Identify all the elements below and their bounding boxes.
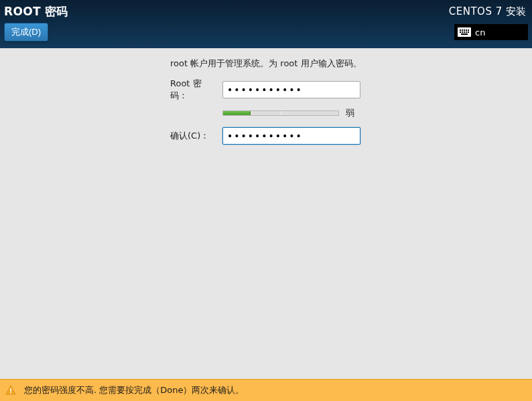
root-password-input[interactable] xyxy=(222,81,360,98)
svg-rect-3 xyxy=(464,29,465,31)
warning-text: 您的密码强度不高. 您需要按完成（Done）两次来确认。 xyxy=(24,384,244,396)
svg-rect-6 xyxy=(460,31,461,33)
password-strength-label: 弱 xyxy=(346,107,354,119)
keyboard-lang-label: cn xyxy=(475,27,485,37)
svg-rect-10 xyxy=(468,31,469,33)
svg-rect-8 xyxy=(464,31,465,33)
svg-rect-13 xyxy=(10,388,11,392)
form-description: root 帐户用于管理系统。为 root 用户输入密码。 xyxy=(170,58,519,70)
keyboard-icon xyxy=(458,27,471,37)
password-row: Root 密码： xyxy=(170,78,519,102)
svg-rect-2 xyxy=(462,29,463,31)
svg-rect-7 xyxy=(462,31,463,33)
content-area: root 帐户用于管理系统。为 root 用户输入密码。 Root 密码： 弱 … xyxy=(0,48,532,379)
installer-brand: CENTOS 7 安装 xyxy=(449,5,527,18)
confirm-row: 确认(C)： xyxy=(170,127,519,145)
warning-bar: 您的密码强度不高. 您需要按完成（Done）两次来确认。 xyxy=(0,379,532,401)
confirm-password-input[interactable] xyxy=(222,127,360,145)
done-button[interactable]: 完成(D) xyxy=(4,23,48,42)
svg-rect-1 xyxy=(460,29,461,31)
svg-rect-9 xyxy=(466,31,467,33)
keyboard-layout-selector[interactable]: cn xyxy=(454,24,528,40)
confirm-label: 确认(C)： xyxy=(170,130,222,142)
svg-rect-4 xyxy=(466,29,467,31)
password-strength-meter xyxy=(222,110,339,116)
password-label: Root 密码： xyxy=(170,78,222,102)
svg-rect-11 xyxy=(461,33,468,35)
installer-header: ROOT 密码 CENTOS 7 安装 完成(D) cn xyxy=(0,0,532,48)
root-password-form: root 帐户用于管理系统。为 root 用户输入密码。 Root 密码： 弱 … xyxy=(170,58,519,150)
svg-rect-5 xyxy=(468,29,469,31)
password-strength-row: 弱 xyxy=(222,107,519,119)
warning-icon xyxy=(5,385,16,396)
svg-rect-14 xyxy=(10,392,11,394)
page-title: ROOT 密码 xyxy=(4,4,68,19)
